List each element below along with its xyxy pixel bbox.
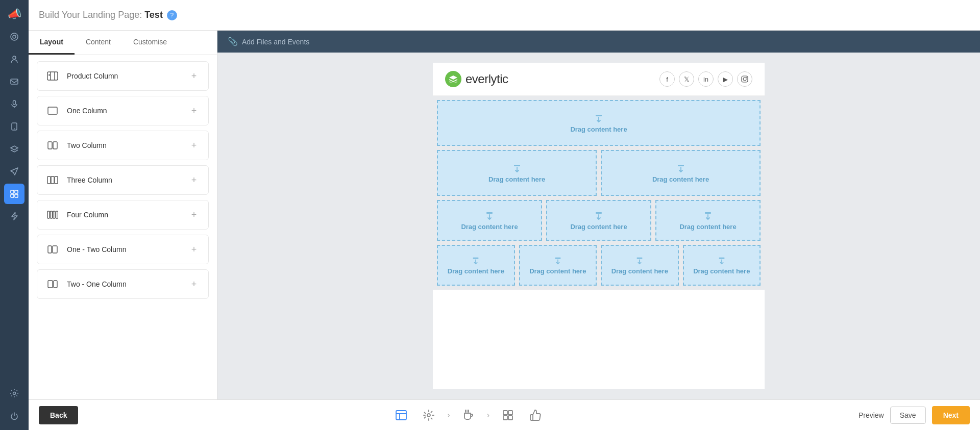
drag-text-4-3: Drag content here [611,267,668,275]
three-column-add[interactable]: + [188,174,200,186]
canvas-header: everlytic f 𝕏 in ▶ [433,63,765,96]
nav-icon-segments[interactable] [4,184,24,204]
step-coffee-icon[interactable] [459,406,478,424]
two-column-icon [45,138,60,153]
logo-text: everlytic [465,72,508,86]
page-title-prefix: Build Your Landing Page: [39,10,142,20]
help-icon[interactable]: ? [167,10,177,20]
nav-icon-lightning[interactable] [4,206,24,226]
nav-icon-send[interactable] [4,161,24,182]
drag-down-icon-2-2 [676,163,686,173]
sidebar-nav: 📣 [0,0,29,430]
nav-icon-phone[interactable] [4,116,24,137]
drag-zone-4-4[interactable]: Drag content here [683,245,761,286]
four-column-add[interactable]: + [188,209,200,221]
drag-zone-3-2[interactable]: Drag content here [546,200,651,241]
layout-item-three-column[interactable]: Three Column + [37,165,209,195]
svg-rect-42 [396,411,406,420]
three-column-label: Three Column [67,176,188,184]
layout-item-four-column[interactable]: Four Column + [37,200,209,230]
two-one-column-label: Two - One Column [67,280,188,288]
social-youtube[interactable]: ▶ [718,71,733,87]
svg-point-2 [13,56,16,59]
svg-rect-17 [53,142,57,149]
svg-point-1 [13,35,16,38]
nav-icon-users[interactable] [4,49,24,69]
layout-list: Product Column + One Column + Two [29,55,217,399]
drag-zone-2-1[interactable]: Drag content here [437,150,597,196]
svg-rect-27 [48,281,53,288]
drag-zone-1-1[interactable]: Drag content here [437,100,761,146]
bottom-right: Preview Save Next [859,406,970,424]
nav-icon-mail[interactable] [4,71,24,92]
add-files-bar[interactable]: 📎 Add Files and Events [217,31,980,53]
svg-rect-19 [51,176,54,184]
svg-rect-46 [503,416,507,420]
bottom-bar: Back › › Preview Save Next [29,399,980,430]
svg-point-31 [746,77,747,78]
row-4col: Drag content here Drag content here [437,245,761,286]
drag-zone-3-1[interactable]: Drag content here [437,200,542,241]
tab-content[interactable]: Content [75,31,122,55]
nav-icon-settings[interactable] [4,383,24,403]
tab-layout[interactable]: Layout [29,31,75,55]
svg-rect-21 [47,211,50,218]
svg-rect-44 [503,411,507,415]
step-thumb-icon[interactable] [526,406,545,424]
nav-icon-power[interactable] [4,406,24,426]
step-settings-icon[interactable] [420,406,438,424]
drag-down-icon-3-2 [594,211,604,221]
page-title: Build Your Landing Page: Test [39,10,163,20]
content-wrapper: Layout Content Customise Product Column … [29,31,980,399]
nav-icon-mic[interactable] [4,94,24,114]
social-facebook[interactable]: f [659,71,675,87]
step-layout-icon[interactable] [392,406,410,424]
svg-rect-40 [637,257,643,259]
layout-item-product-column[interactable]: Product Column + [37,61,209,91]
one-column-add[interactable]: + [188,105,200,117]
social-instagram[interactable] [737,71,752,87]
svg-rect-8 [11,190,14,193]
layout-item-one-column[interactable]: One Column + [37,96,209,125]
layout-item-two-column[interactable]: Two Column + [37,131,209,160]
svg-rect-33 [514,165,520,166]
layout-item-one-two-column[interactable]: One - Two Column + [37,235,209,264]
drag-zone-4-1[interactable]: Drag content here [437,245,515,286]
svg-rect-10 [11,194,14,197]
preview-link[interactable]: Preview [859,411,884,419]
save-button[interactable]: Save [890,407,926,424]
nav-icon-layers[interactable] [4,139,24,159]
svg-rect-34 [678,165,684,166]
main-area: Build Your Landing Page: Test ? Layout C… [29,0,980,430]
drag-zone-4-2[interactable]: Drag content here [519,245,597,286]
two-column-add[interactable]: + [188,139,200,151]
svg-rect-36 [596,212,602,214]
row-2col: Drag content here Drag content here [437,150,761,196]
drag-text-3-1: Drag content here [461,223,518,231]
product-column-add[interactable]: + [188,70,200,82]
social-twitter[interactable]: 𝕏 [679,71,694,87]
one-two-column-add[interactable]: + [188,243,200,256]
drag-text-4-2: Drag content here [529,267,586,275]
back-button[interactable]: Back [39,406,78,424]
nav-icon-dashboard[interactable] [4,27,24,47]
two-one-column-add[interactable]: + [188,278,200,290]
step-list-icon[interactable] [499,406,517,424]
drag-text-1-1: Drag content here [570,125,627,133]
drag-zone-3-3[interactable]: Drag content here [655,200,761,241]
drag-zone-2-2[interactable]: Drag content here [601,150,761,196]
drag-zone-4-3[interactable]: Drag content here [601,245,679,286]
social-icons: f 𝕏 in ▶ [659,71,752,87]
social-linkedin[interactable]: in [698,71,714,87]
canvas-scroll[interactable]: everlytic f 𝕏 in ▶ [217,53,980,399]
svg-rect-24 [56,211,58,218]
nav-icon-megaphone[interactable]: 📣 [4,4,24,24]
layout-item-two-one-column[interactable]: Two - One Column + [37,269,209,299]
drag-down-icon [594,113,604,123]
drag-down-icon-4-3 [635,256,644,265]
next-button[interactable]: Next [932,406,970,424]
tab-bar: Layout Content Customise [29,31,217,55]
svg-rect-39 [555,257,560,259]
tab-customise[interactable]: Customise [122,31,178,55]
svg-rect-4 [13,100,16,105]
